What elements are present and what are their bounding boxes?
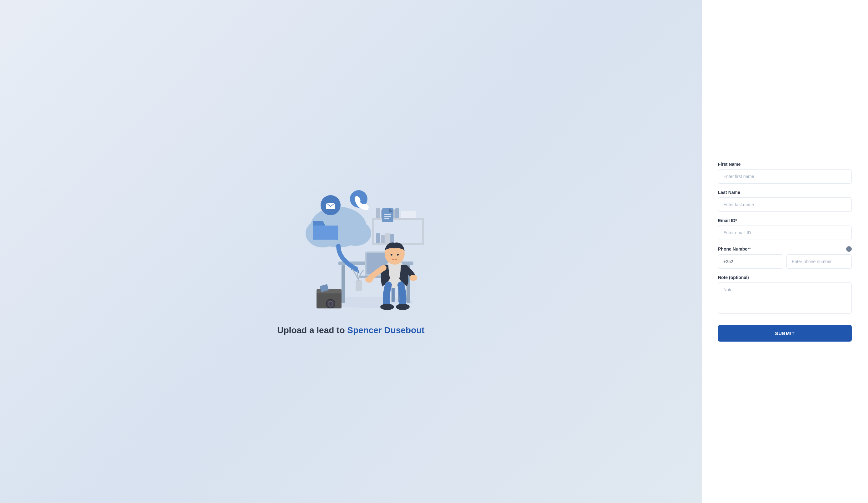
svg-rect-14 xyxy=(390,234,394,243)
phone-info-icon[interactable]: i xyxy=(846,246,852,252)
phone-label: Phone Number* xyxy=(718,247,751,252)
svg-rect-44 xyxy=(313,225,338,240)
last-name-input[interactable] xyxy=(718,198,852,212)
svg-rect-40 xyxy=(382,208,393,222)
first-name-label: First Name xyxy=(718,162,852,167)
left-panel: Upload a lead to Spencer Dusebout xyxy=(0,0,702,503)
illustration-wrapper: Upload a lead to Spencer Dusebout xyxy=(270,168,432,335)
svg-point-26 xyxy=(365,276,373,283)
email-label: Email ID* xyxy=(718,218,852,223)
svg-point-27 xyxy=(410,275,417,281)
note-label: Note (optional) xyxy=(718,275,852,280)
svg-rect-16 xyxy=(341,265,345,303)
svg-point-28 xyxy=(380,304,394,310)
first-name-group: First Name xyxy=(718,162,852,184)
svg-rect-43 xyxy=(384,218,389,219)
phone-input-group xyxy=(718,254,852,269)
illustration-svg xyxy=(276,168,426,318)
svg-point-31 xyxy=(391,254,392,255)
svg-rect-5 xyxy=(376,208,380,218)
upload-text: Upload a lead to Spencer Dusebout xyxy=(277,325,424,335)
svg-rect-11 xyxy=(376,233,380,243)
svg-rect-13 xyxy=(385,233,390,243)
svg-point-29 xyxy=(396,304,410,310)
svg-point-48 xyxy=(326,299,335,308)
svg-rect-3 xyxy=(372,218,374,245)
last-name-label: Last Name xyxy=(718,190,852,195)
svg-point-32 xyxy=(397,254,399,255)
phone-label-row: Phone Number* i xyxy=(718,246,852,252)
svg-rect-50 xyxy=(355,280,362,291)
svg-point-35 xyxy=(340,221,371,246)
svg-rect-9 xyxy=(395,208,399,218)
phone-code-input[interactable] xyxy=(718,254,783,269)
phone-number-input[interactable] xyxy=(786,254,852,269)
right-panel: First Name Last Name Email ID* Phone Num… xyxy=(702,0,868,503)
first-name-input[interactable] xyxy=(718,169,852,184)
email-group: Email ID* xyxy=(718,218,852,240)
svg-rect-42 xyxy=(384,216,391,217)
upload-text-highlight: Spencer Dusebout xyxy=(347,325,424,335)
submit-button[interactable]: SUBMIT xyxy=(718,325,852,342)
note-group: Note (optional) xyxy=(718,275,852,315)
last-name-group: Last Name xyxy=(718,190,852,212)
svg-rect-46 xyxy=(317,289,341,293)
page-container: Upload a lead to Spencer Dusebout First … xyxy=(0,0,868,503)
svg-rect-4 xyxy=(422,218,424,245)
svg-rect-41 xyxy=(384,214,391,215)
upload-text-plain: Upload a lead to xyxy=(277,325,347,335)
phone-group: Phone Number* i xyxy=(718,246,852,269)
svg-rect-12 xyxy=(381,235,385,243)
email-input[interactable] xyxy=(718,225,852,240)
note-textarea[interactable] xyxy=(718,282,852,314)
svg-rect-10 xyxy=(401,211,416,218)
